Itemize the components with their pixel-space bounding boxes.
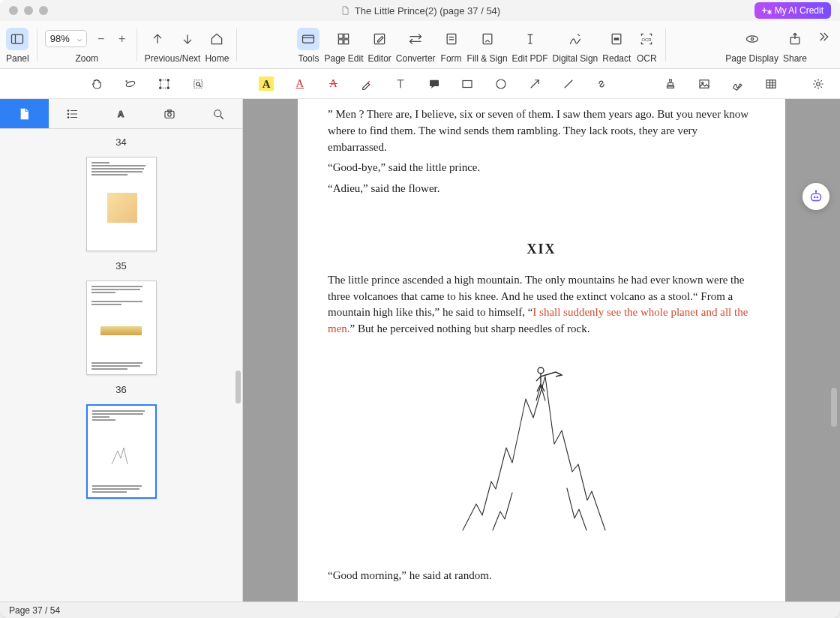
- statusbar: Page 37 / 54: [0, 602, 840, 618]
- minimize-window-button[interactable]: [24, 6, 33, 15]
- panel-label: Panel: [6, 53, 29, 64]
- converter-button[interactable]: [404, 28, 427, 50]
- rectangle-tool-button[interactable]: [458, 74, 478, 94]
- svg-rect-9: [344, 39, 349, 44]
- panel-group: Panel: [6, 26, 29, 64]
- fill-sign-button[interactable]: [476, 28, 499, 50]
- svg-point-55: [214, 110, 220, 116]
- highlight-glyph: A: [259, 76, 274, 91]
- sidebar-scrollbar[interactable]: [236, 370, 241, 404]
- zoom-level-select[interactable]: 98% ⌵: [45, 30, 87, 47]
- digital-sign-label: Digital Sign: [553, 53, 598, 64]
- thumbnail-page-34[interactable]: [86, 157, 157, 251]
- annotations-tab[interactable]: A: [97, 99, 146, 128]
- ocr-group: OCR OCR: [635, 26, 658, 64]
- freehand-tool-button[interactable]: [357, 74, 377, 94]
- rotate-view-button[interactable]: [121, 74, 141, 94]
- thumbnail-page-36[interactable]: [86, 404, 157, 499]
- line-tool-button[interactable]: [558, 74, 578, 94]
- svg-point-24: [160, 79, 161, 80]
- underline-tool-button[interactable]: A: [290, 74, 310, 94]
- pan-hand-button[interactable]: [87, 74, 107, 94]
- svg-point-59: [814, 196, 816, 199]
- image-tool-button[interactable]: [694, 74, 714, 94]
- share-group: Share: [783, 26, 807, 64]
- zoom-label: Zoom: [75, 53, 98, 64]
- digital-sign-button[interactable]: [564, 28, 586, 50]
- underline-glyph: A: [296, 77, 304, 90]
- home-label: Home: [205, 53, 229, 64]
- home-button[interactable]: [206, 28, 228, 50]
- fill-sign-label: Fill & Sign: [467, 53, 508, 64]
- next-page-button[interactable]: [176, 28, 199, 50]
- thumbnails-tab[interactable]: [0, 99, 49, 128]
- page-surface[interactable]: ” Men ? There are, I believe, six or sev…: [243, 99, 840, 602]
- share-button[interactable]: [784, 28, 806, 50]
- ai-assistant-button[interactable]: [802, 183, 830, 210]
- note-tool-button[interactable]: [424, 74, 444, 94]
- svg-point-62: [815, 190, 817, 191]
- svg-point-57: [538, 368, 544, 374]
- svg-line-30: [199, 85, 200, 86]
- editor-button[interactable]: [368, 28, 391, 50]
- window-controls: [9, 6, 48, 15]
- svg-rect-52: [165, 111, 174, 118]
- digital-sign-group: Digital Sign: [553, 26, 598, 64]
- edit-pdf-button[interactable]: [519, 28, 542, 50]
- svg-point-44: [816, 82, 820, 86]
- svg-rect-37: [700, 80, 709, 88]
- ocr-button[interactable]: OCR: [635, 28, 658, 50]
- form-group: Form: [440, 26, 463, 64]
- toolbar-separator: [236, 28, 237, 62]
- link-tool-button[interactable]: [592, 74, 612, 94]
- svg-rect-17: [614, 38, 620, 40]
- zoom-out-button[interactable]: −: [94, 32, 108, 46]
- circle-tool-button[interactable]: [491, 74, 512, 94]
- thumbnail-page-35[interactable]: [86, 280, 157, 375]
- nav-group: Previous/Next: [145, 26, 201, 64]
- outline-tab[interactable]: [49, 99, 98, 128]
- zoom-value: 98%: [50, 33, 70, 44]
- svg-text:A: A: [118, 109, 124, 118]
- toolbar-separator: [37, 28, 38, 62]
- svg-point-20: [751, 38, 753, 40]
- strikeout-tool-button[interactable]: A: [323, 74, 344, 94]
- svg-point-25: [167, 79, 169, 80]
- form-button[interactable]: [440, 28, 463, 50]
- highlight-tool-button[interactable]: A: [256, 74, 277, 94]
- form-label: Form: [441, 53, 462, 64]
- close-window-button[interactable]: [9, 6, 18, 15]
- tools-button[interactable]: [297, 28, 320, 50]
- page-area: ” Men ? There are, I believe, six or sev…: [243, 99, 840, 602]
- my-ai-credit-button[interactable]: +⁎ My AI Credit: [754, 2, 831, 19]
- page-display-label: Page Display: [725, 53, 778, 64]
- search-tab[interactable]: [194, 99, 242, 128]
- svg-rect-58: [812, 194, 821, 200]
- page-scrollbar[interactable]: [831, 388, 837, 427]
- table-tool-button[interactable]: [761, 74, 782, 94]
- text-tool-button[interactable]: [391, 74, 411, 94]
- settings-button[interactable]: [808, 74, 828, 94]
- svg-rect-23: [160, 80, 169, 88]
- snapshot-tab[interactable]: [146, 99, 194, 128]
- svg-line-56: [220, 116, 224, 119]
- select-area-button[interactable]: [154, 74, 175, 94]
- page-edit-button[interactable]: [332, 28, 355, 50]
- signature-tool-button[interactable]: [728, 74, 748, 94]
- previous-page-button[interactable]: [146, 28, 169, 50]
- zoom-in-button[interactable]: +: [116, 32, 129, 46]
- redact-button[interactable]: [605, 28, 628, 50]
- maximize-window-button[interactable]: [39, 6, 48, 15]
- thumbnail-list[interactable]: 34 35 36: [0, 129, 242, 602]
- svg-point-53: [168, 112, 172, 116]
- svg-rect-39: [766, 80, 776, 88]
- overflow-button[interactable]: [812, 26, 834, 48]
- svg-line-35: [564, 80, 572, 88]
- panel-toggle-button[interactable]: [6, 28, 28, 50]
- snapshot-button[interactable]: [188, 74, 208, 94]
- page-display-button[interactable]: [741, 28, 764, 50]
- stamp-tool-button[interactable]: [660, 74, 680, 94]
- titlebar-title-group: The Little Prince(2) (page 37 / 54): [0, 5, 840, 16]
- arrow-tool-button[interactable]: [525, 74, 545, 94]
- doc-paragraph: “Good morning,” he said at random.: [328, 568, 755, 584]
